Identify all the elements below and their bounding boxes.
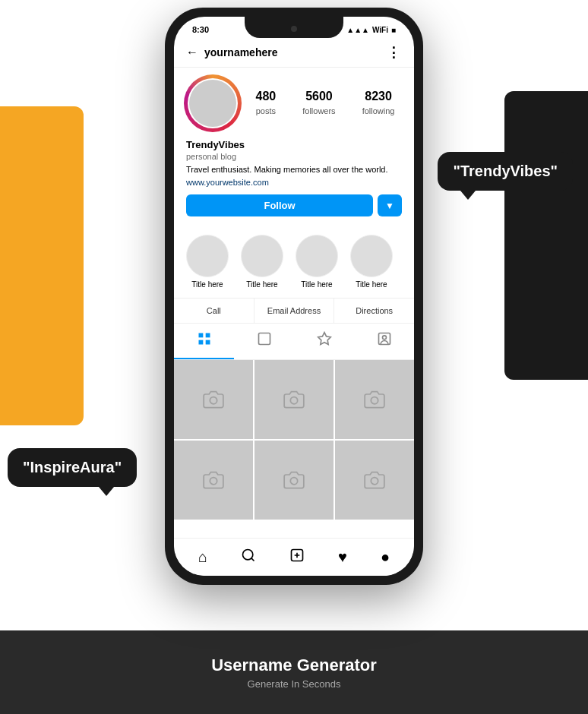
phone-screen: 8:30 ▲▲▲ WiFi ■ ← yournamehere ⋮ <box>174 17 414 576</box>
avatar <box>186 77 239 130</box>
bottom-section: Username Generator Generate In Seconds <box>0 630 588 714</box>
bubble-inspirealura: "InspireAura" <box>8 448 137 487</box>
svg-point-9 <box>290 397 297 404</box>
svg-point-14 <box>243 550 253 560</box>
call-button[interactable]: Call <box>174 299 254 323</box>
profile-username-header: yournamehere <box>204 46 277 58</box>
follow-button[interactable]: Follow <box>186 194 373 216</box>
grid-cell-3[interactable] <box>335 360 414 439</box>
bg-dark-decoration <box>504 91 588 380</box>
highlight-circle-2 <box>241 235 283 277</box>
profile-section: 480 posts 5600 followers 8230 following <box>174 68 414 232</box>
highlight-circle-1 <box>186 235 229 277</box>
tab-reels[interactable] <box>234 324 294 359</box>
grid-cell-6[interactable] <box>335 441 414 520</box>
highlight-circle-4 <box>350 235 393 277</box>
back-button[interactable]: ← <box>186 46 198 59</box>
svg-point-12 <box>290 478 297 485</box>
notch-dot <box>291 26 297 32</box>
stat-following: 8230 following <box>362 90 395 117</box>
nav-search-icon[interactable] <box>241 548 256 567</box>
followers-count: 5600 <box>302 90 335 103</box>
nav-add-icon[interactable] <box>289 548 305 567</box>
svg-rect-0 <box>198 333 203 338</box>
profile-top-row: 480 posts 5600 followers 8230 following <box>186 77 402 130</box>
bottom-title: Username Generator <box>211 656 377 675</box>
svg-rect-1 <box>205 333 210 338</box>
grid-cell-2[interactable] <box>254 360 334 439</box>
svg-point-10 <box>371 397 378 404</box>
follow-row: Follow ▼ <box>186 194 402 216</box>
screen-content: ← yournamehere ⋮ <box>174 38 414 538</box>
posts-label: posts <box>256 106 276 115</box>
grid-cell-5[interactable] <box>254 441 334 520</box>
profile-category: personal blog <box>186 152 402 161</box>
wifi-icon: WiFi <box>372 26 388 34</box>
reels-icon <box>257 334 272 349</box>
profile-website[interactable]: www.yourwebsite.com <box>186 178 402 187</box>
highlights-row: Title here Title here Title here Title h… <box>174 232 414 298</box>
svg-point-7 <box>382 336 386 340</box>
more-options-button[interactable]: ⋮ <box>387 44 402 61</box>
status-time: 8:30 <box>192 25 209 34</box>
svg-rect-4 <box>258 333 270 345</box>
email-button[interactable]: Email Address <box>254 299 335 323</box>
highlight-4[interactable]: Title here <box>350 235 393 289</box>
svg-rect-3 <box>205 340 210 345</box>
bg-orange-decoration <box>0 106 84 425</box>
grid-cell-1[interactable] <box>174 360 253 439</box>
phone-body: 8:30 ▲▲▲ WiFi ■ ← yournamehere ⋮ <box>165 8 423 585</box>
content-tab-bar <box>174 324 414 360</box>
highlight-label-1: Title here <box>191 280 223 289</box>
phone-notch <box>245 17 343 38</box>
stat-followers: 5600 followers <box>302 90 335 117</box>
tab-people[interactable] <box>354 324 414 359</box>
svg-line-15 <box>251 558 254 561</box>
grid-cell-4[interactable] <box>174 441 253 520</box>
avatar-image <box>189 80 236 127</box>
bottom-subtitle: Generate In Seconds <box>248 678 341 690</box>
svg-point-13 <box>371 478 378 485</box>
following-label: following <box>362 106 395 115</box>
nav-home-icon[interactable]: ⌂ <box>198 548 207 566</box>
following-count: 8230 <box>362 90 395 103</box>
profile-bio: Travel enthusiast. Making memories all o… <box>186 164 402 175</box>
highlight-1[interactable]: Title here <box>186 235 229 289</box>
svg-marker-5 <box>318 333 330 345</box>
stats-row: 480 posts 5600 followers 8230 following <box>248 90 402 117</box>
status-icons: ▲▲▲ WiFi ■ <box>346 26 396 34</box>
phone-mockup: 8:30 ▲▲▲ WiFi ■ ← yournamehere ⋮ <box>165 8 423 585</box>
bottom-nav: ⌂ ♥ ● <box>174 538 414 576</box>
nav-profile-icon[interactable]: ● <box>381 548 390 566</box>
followers-label: followers <box>302 106 335 115</box>
action-row: Call Email Address Directions <box>174 298 414 324</box>
highlight-label-4: Title here <box>356 280 387 289</box>
people-icon <box>377 334 392 349</box>
highlight-circle-3 <box>296 235 338 277</box>
nav-heart-icon[interactable]: ♥ <box>338 548 347 566</box>
profile-name: TrendyVibes <box>186 139 402 150</box>
header-left: ← yournamehere <box>186 46 277 59</box>
follow-dropdown-button[interactable]: ▼ <box>378 194 402 216</box>
highlight-label-3: Title here <box>301 280 332 289</box>
svg-point-11 <box>210 478 217 485</box>
battery-icon: ■ <box>391 26 396 34</box>
stat-posts: 480 posts <box>256 90 277 117</box>
highlight-2[interactable]: Title here <box>241 235 283 289</box>
ig-header: ← yournamehere ⋮ <box>174 38 414 68</box>
svg-point-8 <box>210 397 217 404</box>
tab-tagged[interactable] <box>294 324 354 359</box>
bubble-trendyvibes: "TrendyVibes" <box>438 152 573 191</box>
posts-count: 480 <box>256 90 277 103</box>
tagged-icon <box>317 334 332 349</box>
photo-grid <box>174 360 414 520</box>
grid-icon <box>197 334 212 349</box>
highlight-label-2: Title here <box>246 280 277 289</box>
svg-rect-2 <box>198 340 203 345</box>
highlight-3[interactable]: Title here <box>296 235 338 289</box>
directions-button[interactable]: Directions <box>334 299 414 323</box>
signal-icon: ▲▲▲ <box>346 26 369 34</box>
tab-grid[interactable] <box>174 324 234 359</box>
